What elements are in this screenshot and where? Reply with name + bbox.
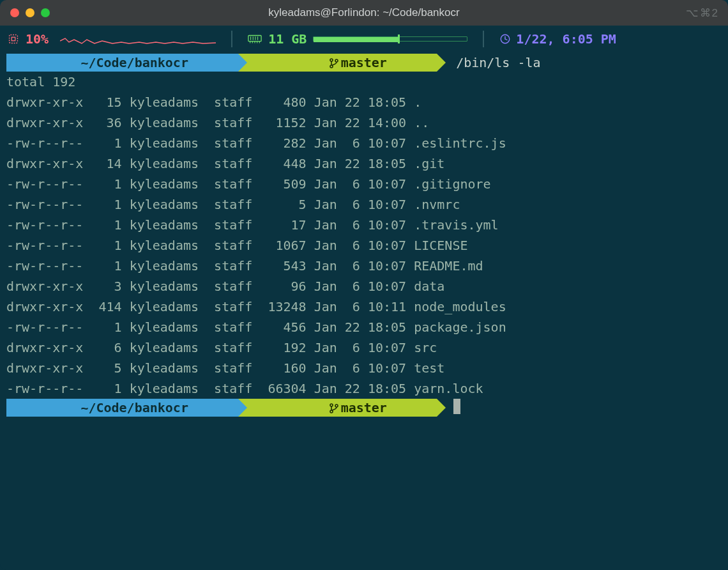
terminal-window: kyleadams@Forlindon: ~/Code/bankocr ⌥⌘2 …	[0, 0, 728, 570]
svg-line-14	[505, 39, 507, 40]
svg-point-18	[330, 404, 333, 406]
prompt-branch-segment: master	[238, 399, 437, 417]
svg-point-20	[335, 404, 338, 407]
command-text: /bin/ls -la	[437, 54, 540, 72]
prompt-path: ~/Code/bankocr	[80, 54, 188, 72]
window-shortcut-hint: ⌥⌘2	[686, 6, 719, 20]
prompt-branch-segment: master	[238, 54, 437, 72]
prompt-line-active[interactable]: ~/Code/bankocr master	[6, 399, 722, 417]
prompt-line: ~/Code/bankocr master /bin/ls -la	[6, 54, 722, 72]
git-branch-icon	[252, 381, 338, 435]
prompt-path-segment: ~/Code/bankocr	[6, 54, 238, 72]
clock-icon	[499, 33, 511, 45]
status-separator	[483, 31, 484, 47]
git-branch-icon	[252, 36, 338, 89]
cursor	[453, 399, 460, 414]
clock-status: 1/22, 6:05 PM	[499, 31, 616, 47]
svg-point-17	[335, 59, 338, 62]
svg-point-15	[330, 59, 333, 61]
prompt-path-segment: ~/Code/bankocr	[6, 399, 238, 417]
clock-text: 1/22, 6:05 PM	[516, 31, 616, 47]
status-bar: 10% 11 GB	[0, 26, 728, 52]
prompt-path: ~/Code/bankocr	[80, 399, 188, 417]
cpu-chip-icon	[6, 32, 20, 46]
prompt-branch-name: master	[341, 399, 387, 417]
ls-output: total 192 drwxr-xr-x 15 kyleadams staff …	[6, 72, 722, 399]
svg-rect-1	[11, 37, 15, 41]
svg-rect-0	[10, 35, 18, 43]
cpu-sparkline	[60, 32, 216, 46]
prompt-branch-name: master	[341, 54, 387, 72]
window-title: kyleadams@Forlindon: ~/Code/bankocr	[0, 6, 728, 19]
terminal-output-area[interactable]: ~/Code/bankocr master /bin/ls -la total …	[0, 52, 728, 570]
titlebar: kyleadams@Forlindon: ~/Code/bankocr ⌥⌘2	[0, 0, 728, 26]
